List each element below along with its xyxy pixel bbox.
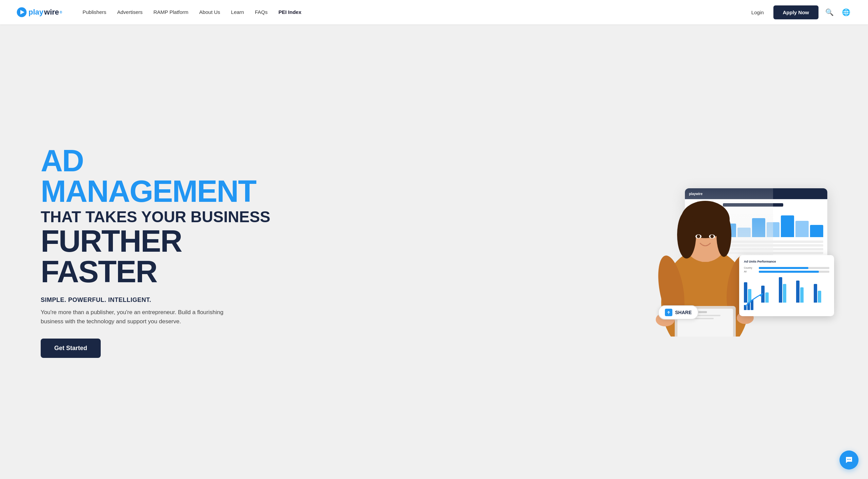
chart-trend-arrow — [744, 293, 764, 311]
chart-bar-bg-2 — [759, 271, 829, 273]
svg-point-6 — [677, 211, 696, 258]
chart-row-1: Country — [744, 267, 829, 269]
nav-right: Login Apply Now 🔍 🌐 — [747, 5, 852, 19]
hero-headline-management: MANAGEMENT — [41, 176, 271, 207]
dash-bar-6 — [795, 221, 809, 237]
share-icon-svg — [666, 310, 671, 315]
bar-5a — [814, 284, 817, 303]
bar-4b — [800, 287, 804, 303]
svg-point-28 — [850, 459, 851, 460]
dash-bar-5 — [781, 215, 794, 237]
globe-icon[interactable]: 🌐 — [841, 7, 852, 18]
nav-item-advertisers[interactable]: Advertisers — [113, 9, 146, 15]
playwire-logo-icon — [16, 7, 27, 18]
svg-point-7 — [716, 213, 731, 257]
get-started-button[interactable]: Get Started — [41, 339, 101, 358]
chart-bar-bg-1 — [759, 267, 829, 269]
bar-3b — [783, 284, 786, 303]
nav-links: Publishers Advertisers RAMP Platform Abo… — [78, 9, 747, 15]
nav-item-learn[interactable]: Learn — [227, 9, 248, 15]
chart-row-2: All — [744, 270, 829, 273]
hero-visual: playwire — [271, 167, 827, 337]
hero-content: AD MANAGEMENT THAT TAKES YOUR BUSINESS F… — [41, 146, 271, 358]
chat-bubble-button[interactable] — [840, 451, 859, 470]
hero-headline-ad: AD — [41, 146, 271, 176]
nav-link-faqs[interactable]: FAQs — [251, 6, 272, 18]
svg-point-27 — [849, 459, 850, 460]
chat-icon — [845, 456, 853, 464]
bar-2b — [765, 292, 769, 303]
bar-group-3 — [779, 277, 794, 303]
nav-item-publishers[interactable]: Publishers — [78, 9, 110, 15]
bar-5b — [818, 291, 821, 303]
share-badge[interactable]: SHARE — [658, 305, 698, 320]
nav-item-ramp[interactable]: RAMP Platform — [150, 9, 193, 15]
hero-headline-faster: FASTER — [41, 256, 271, 287]
logo-registered: ® — [60, 11, 62, 14]
chart-bar-fill-1 — [759, 267, 808, 269]
nav-link-pei[interactable]: PEI Index — [274, 6, 305, 18]
share-label: SHARE — [675, 310, 692, 315]
logo[interactable]: playwire® — [16, 7, 62, 18]
dash-bar-7 — [810, 225, 823, 237]
bar-group-4 — [796, 281, 812, 303]
svg-point-26 — [847, 459, 848, 460]
chart-label-2: All — [744, 270, 757, 273]
nav-link-publishers[interactable]: Publishers — [78, 6, 110, 18]
svg-point-11 — [710, 235, 714, 238]
hero-section: AD MANAGEMENT THAT TAKES YOUR BUSINESS F… — [0, 24, 868, 479]
navbar: playwire® Publishers Advertisers RAMP Pl… — [0, 0, 868, 24]
bar-4a — [796, 281, 800, 303]
chart-data-rows: Country All — [744, 267, 829, 273]
chart-overlay-card: Ad Units Performance Country All — [739, 255, 834, 316]
search-icon[interactable]: 🔍 — [824, 7, 835, 18]
trend-arrow-svg — [744, 293, 764, 310]
chart-label-1: Country — [744, 267, 757, 269]
chart-overlay-title: Ad Units Performance — [744, 260, 829, 263]
bar-group-5 — [814, 284, 829, 303]
nav-link-ramp[interactable]: RAMP Platform — [150, 6, 193, 18]
svg-point-10 — [697, 235, 700, 238]
logo-play: play — [28, 8, 43, 17]
hero-headline-takes: THAT TAKES YOUR BUSINESS — [41, 208, 271, 226]
chart-bar-fill-2 — [759, 271, 819, 273]
login-link[interactable]: Login — [747, 7, 768, 18]
hero-headline-further: FURTHER — [41, 226, 271, 256]
nav-item-faqs[interactable]: FAQs — [251, 9, 272, 15]
bar-3a — [779, 277, 782, 303]
nav-link-advertisers[interactable]: Advertisers — [113, 6, 146, 18]
nav-link-learn[interactable]: Learn — [227, 6, 248, 18]
nav-link-about[interactable]: About Us — [195, 6, 224, 18]
nav-item-about[interactable]: About Us — [195, 9, 224, 15]
apply-now-button[interactable]: Apply Now — [773, 5, 819, 19]
hero-tagline: SIMPLE. POWERFUL. INTELLIGENT. — [41, 296, 271, 304]
nav-item-pei[interactable]: PEI Index — [274, 9, 305, 15]
hero-description: You're more than a publisher, you're an … — [41, 308, 231, 326]
logo-wire: wire — [44, 8, 59, 17]
share-icon — [665, 309, 672, 316]
